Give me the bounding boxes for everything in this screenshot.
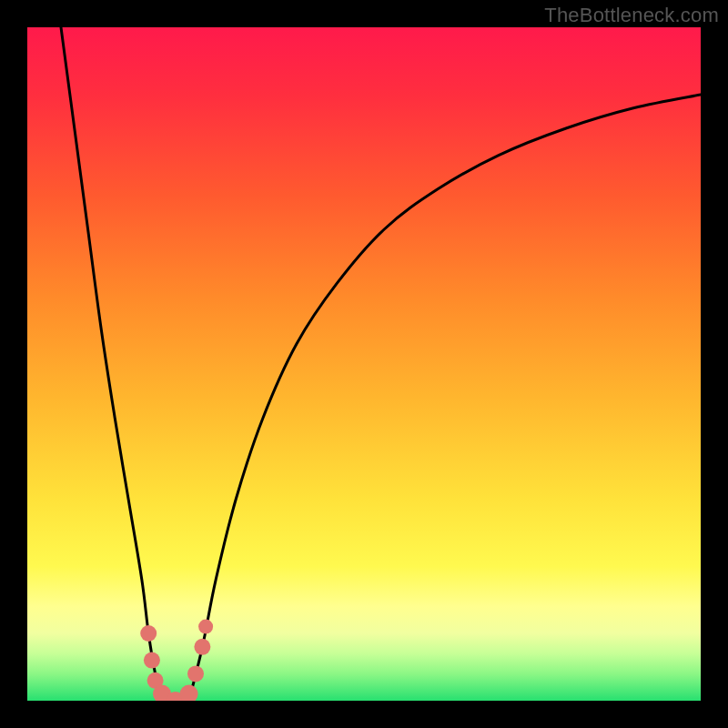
gradient-background — [27, 27, 701, 701]
plot-area — [27, 27, 701, 701]
watermark: TheBottleneck.com — [544, 4, 719, 27]
chart-frame: TheBottleneck.com — [0, 0, 728, 728]
svg-rect-0 — [27, 27, 701, 701]
